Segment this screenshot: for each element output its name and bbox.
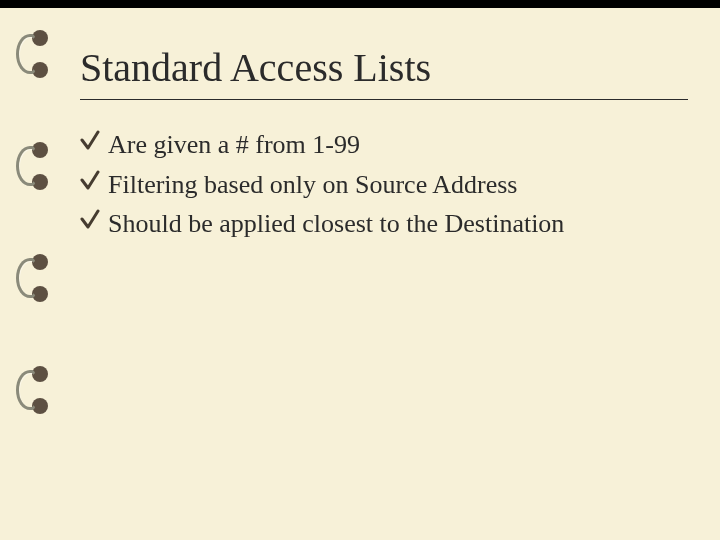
list-item: Are given a # from 1-99 (80, 126, 688, 164)
binder-rings (18, 28, 54, 476)
checkmark-icon (80, 209, 100, 231)
checkmark-icon (80, 130, 100, 152)
binder-ring-icon (16, 34, 38, 74)
binder-ring-icon (16, 146, 38, 186)
viewport: Standard Access Lists Are given a # from… (0, 0, 720, 540)
bullet-text: Filtering based only on Source Address (108, 170, 517, 199)
title-underline (80, 99, 688, 100)
slide-title: Standard Access Lists (80, 44, 688, 91)
slide: Standard Access Lists Are given a # from… (0, 8, 720, 540)
checkmark-icon (80, 170, 100, 192)
list-item: Filtering based only on Source Address (80, 166, 688, 204)
binder-ring-icon (16, 370, 38, 410)
binder-ring-pair (18, 364, 54, 420)
list-item: Should be applied closest to the Destina… (80, 205, 688, 243)
window-top-strip (0, 0, 720, 8)
binder-ring-pair (18, 140, 54, 196)
bullet-list: Are given a # from 1-99 Filtering based … (80, 126, 688, 243)
binder-ring-icon (16, 258, 38, 298)
binder-ring-pair (18, 252, 54, 308)
bullet-text: Should be applied closest to the Destina… (108, 209, 564, 238)
bullet-text: Are given a # from 1-99 (108, 130, 360, 159)
slide-content: Standard Access Lists Are given a # from… (80, 44, 688, 245)
binder-ring-pair (18, 28, 54, 84)
